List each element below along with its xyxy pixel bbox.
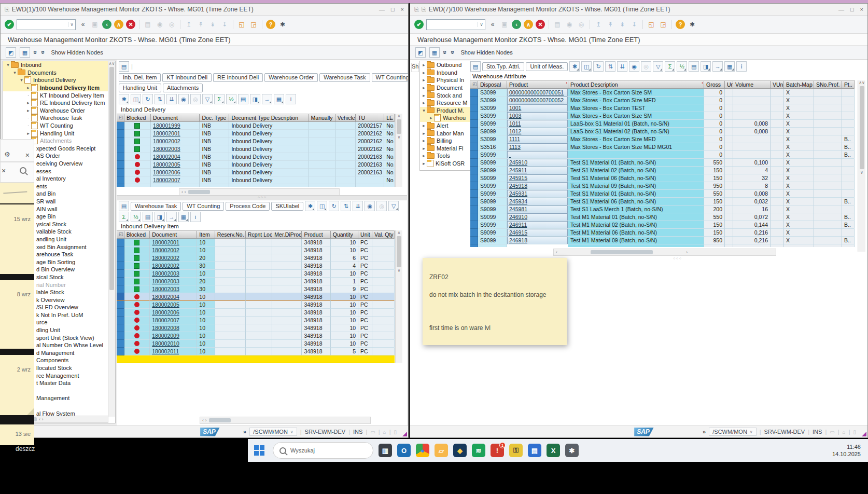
- tree-item[interactable]: ▸Inbound: [420, 69, 470, 77]
- column-header[interactable]: Mer.DiProc: [272, 231, 302, 239]
- table-cell[interactable]: [372, 340, 395, 348]
- sort-descending-icon[interactable]: ⇊: [617, 61, 627, 72]
- tab-warehouse-task[interactable]: Warehouse Task: [319, 73, 370, 82]
- table-cell[interactable]: 10: [197, 317, 215, 324]
- table-cell[interactable]: [771, 237, 784, 244]
- table-cell[interactable]: B..: [842, 221, 855, 229]
- minimize-icon[interactable]: —: [379, 6, 385, 12]
- table-cell[interactable]: No..: [384, 130, 395, 138]
- table-cell[interactable]: [372, 348, 395, 355]
- table-cell[interactable]: [309, 169, 335, 176]
- keepass-icon[interactable]: ⚿: [509, 444, 523, 457]
- table-cell[interactable]: [733, 112, 771, 120]
- table-cell[interactable]: [372, 254, 395, 262]
- back-icon[interactable]: ‹: [102, 20, 111, 29]
- table-cell[interactable]: [725, 237, 733, 244]
- table-cell[interactable]: 950: [704, 237, 725, 244]
- column-header[interactable]: Blocked: [124, 114, 151, 122]
- table-cell[interactable]: [725, 198, 733, 205]
- table-cell[interactable]: [215, 317, 246, 324]
- table-row[interactable]: 1800020101034891810PC: [117, 340, 395, 348]
- tab-handling-unit[interactable]: Handling Unit: [119, 84, 161, 92]
- table-cell[interactable]: [309, 145, 335, 153]
- close-icon[interactable]: ×: [25, 151, 30, 159]
- table-cell[interactable]: Inbound Delivery: [229, 161, 309, 169]
- column-header[interactable]: Document: [150, 231, 197, 239]
- table-cell[interactable]: 348918: [302, 254, 330, 262]
- table-row[interactable]: S9099246918Test M1 Material 09 (Batch, n…: [470, 237, 855, 244]
- column-header[interactable]: Un: [725, 81, 733, 89]
- table-cell[interactable]: 180002002: [150, 246, 197, 254]
- table-cell[interactable]: [470, 143, 478, 151]
- expander-icon[interactable]: ▸: [421, 146, 427, 151]
- table-cell[interactable]: [215, 340, 246, 348]
- table-cell[interactable]: [117, 122, 124, 130]
- tree-item[interactable]: ▸Alert: [420, 122, 470, 130]
- help-icon[interactable]: ?: [266, 20, 275, 29]
- user-settings-icon[interactable]: ◩: [6, 47, 16, 58]
- enter-icon[interactable]: ✔: [414, 20, 424, 29]
- table-cell[interactable]: 1111: [507, 135, 568, 143]
- table-cell[interactable]: 180002008: [150, 324, 197, 332]
- table-cell[interactable]: 10: [331, 270, 358, 278]
- table-cell[interactable]: 20002157: [356, 122, 384, 130]
- table-cell[interactable]: [372, 262, 395, 270]
- table-cell[interactable]: Max Stores - Box Carton Size MED: [568, 97, 704, 104]
- table-cell[interactable]: INB: [200, 161, 229, 169]
- table-cell[interactable]: [372, 278, 395, 285]
- table-cell[interactable]: [372, 317, 395, 324]
- table-cell[interactable]: 30: [197, 262, 215, 270]
- table-cell[interactable]: S3099: [478, 89, 507, 97]
- next-page-icon[interactable]: ↡: [208, 20, 217, 29]
- table-cell[interactable]: 348918: [302, 246, 330, 254]
- expander-icon[interactable]: ▾: [421, 108, 427, 113]
- table-cell[interactable]: [725, 112, 733, 120]
- table-cell[interactable]: [470, 135, 478, 143]
- table-cell[interactable]: [725, 120, 733, 128]
- document-link[interactable]: 180002007: [152, 317, 179, 323]
- table-cell[interactable]: 348918: [302, 340, 330, 348]
- table-cell[interactable]: [124, 317, 150, 324]
- table-cell[interactable]: X: [784, 205, 814, 213]
- table-cell[interactable]: 0: [704, 97, 725, 104]
- table-cell[interactable]: Test S1 LaaS Merch 1 (Batch, no-S/N): [568, 205, 704, 213]
- table-cell[interactable]: [470, 120, 478, 128]
- export-icon[interactable]: →: [262, 94, 272, 104]
- tree-item[interactable]: ·Warehouse Task: [3, 114, 115, 122]
- table-cell[interactable]: [215, 246, 246, 254]
- tree-item[interactable]: ▸RE Inbound Delivery Item: [3, 99, 115, 107]
- document-link[interactable]: 180002009: [152, 333, 179, 339]
- table-cell[interactable]: [814, 182, 842, 190]
- customize-icon[interactable]: ✱: [688, 20, 697, 29]
- product-link[interactable]: 1011: [507, 120, 568, 128]
- table-cell[interactable]: 348918: [302, 270, 330, 278]
- table-cell[interactable]: [309, 153, 335, 161]
- table-cell[interactable]: S9099: [478, 198, 507, 205]
- table-cell[interactable]: [814, 221, 842, 229]
- sticky-notes-icon[interactable]: ▤: [528, 444, 541, 457]
- table-cell[interactable]: [272, 254, 302, 262]
- print-icon[interactable]: ▤: [553, 20, 562, 29]
- settings-icon[interactable]: ✱: [119, 94, 129, 104]
- exit-icon[interactable]: ∧: [114, 20, 123, 29]
- exit-icon[interactable]: ∧: [524, 20, 533, 29]
- column-header[interactable]: Vehicle: [335, 114, 356, 122]
- expander-icon[interactable]: ·: [25, 93, 31, 98]
- table-cell[interactable]: PC: [358, 262, 372, 270]
- table-cell[interactable]: [335, 169, 356, 176]
- table-cell[interactable]: [842, 229, 855, 237]
- filter-icon[interactable]: ▽: [388, 201, 399, 211]
- table-cell[interactable]: [335, 130, 356, 138]
- tree-item[interactable]: ▸Billing: [420, 137, 470, 145]
- table-cell[interactable]: [470, 182, 478, 190]
- table-cell[interactable]: 0,032: [733, 198, 771, 205]
- grid1-vscrollbar[interactable]: ∧∨: [395, 114, 402, 187]
- table-cell[interactable]: [842, 190, 855, 198]
- expander-icon[interactable]: ▾: [19, 77, 24, 83]
- views-icon[interactable]: ◫: [581, 61, 592, 72]
- save-icon[interactable]: ▣: [500, 20, 509, 29]
- table-cell[interactable]: 180002009: [150, 332, 197, 340]
- table-cell[interactable]: 10: [197, 332, 215, 340]
- table-cell[interactable]: [124, 262, 150, 270]
- product-link[interactable]: 246911: [507, 221, 568, 229]
